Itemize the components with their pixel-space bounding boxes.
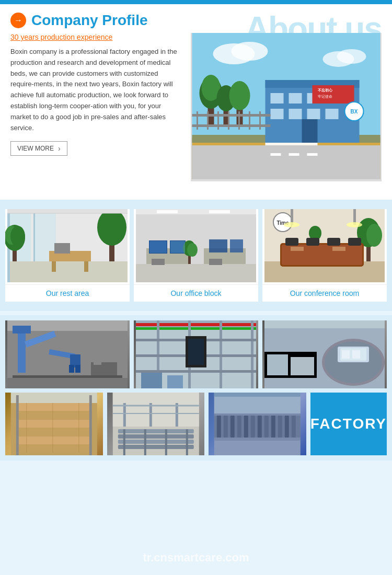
svg-point-88 [366, 224, 382, 247]
svg-rect-16 [271, 93, 284, 104]
svg-rect-22 [307, 109, 320, 119]
profile-text-area: 30 years production experience Boxin com… [10, 33, 183, 181]
svg-rect-159 [118, 440, 193, 444]
svg-rect-46 [7, 261, 128, 282]
svg-rect-137 [352, 350, 360, 359]
svg-text:不忘初心: 不忘初心 [317, 88, 333, 92]
experience-link[interactable]: 30 years production experience [10, 33, 183, 41]
factory-image-5 [107, 393, 205, 455]
svg-rect-144 [16, 411, 92, 419]
svg-rect-107 [13, 326, 31, 334]
svg-text:BX: BX [351, 109, 358, 114]
svg-rect-181 [271, 415, 275, 439]
svg-rect-64 [136, 264, 256, 282]
svg-rect-60 [54, 243, 70, 254]
svg-rect-154 [89, 395, 92, 455]
factory-label-text: FACTORY [310, 416, 387, 432]
svg-rect-175 [230, 415, 235, 439]
svg-rect-182 [278, 415, 282, 439]
svg-rect-118 [136, 323, 256, 326]
svg-rect-166 [123, 403, 125, 427]
svg-rect-157 [118, 429, 193, 433]
svg-rect-49 [33, 209, 35, 261]
svg-rect-111 [69, 365, 74, 373]
view-more-button[interactable]: VIEW MORE › [10, 141, 67, 156]
svg-rect-163 [165, 429, 167, 455]
top-bar [0, 0, 392, 4]
svg-rect-41 [192, 145, 381, 179]
svg-rect-152 [11, 393, 97, 403]
office-block-label: Our office block [170, 289, 221, 297]
svg-rect-20 [271, 109, 284, 119]
svg-text:牢记使命: 牢记使命 [318, 95, 332, 99]
svg-rect-58 [52, 261, 56, 272]
svg-rect-168 [175, 403, 178, 427]
factory-robot-svg [5, 320, 130, 388]
factory-frame-svg [107, 393, 205, 455]
svg-rect-186 [214, 438, 301, 441]
svg-rect-114 [94, 360, 101, 365]
svg-rect-180 [264, 415, 269, 439]
svg-rect-93 [285, 238, 298, 246]
svg-rect-43 [289, 153, 299, 156]
svg-rect-174 [224, 415, 228, 439]
svg-rect-42 [271, 153, 281, 156]
factory-section: FACTORY [0, 315, 392, 461]
svg-rect-164 [186, 429, 188, 455]
factory-image-2 [134, 320, 258, 388]
conference-room-image: Time [262, 209, 387, 282]
factory-bottom-row: FACTORY [5, 393, 387, 455]
svg-rect-188 [214, 393, 301, 397]
svg-rect-158 [118, 434, 193, 439]
svg-rect-112 [75, 365, 80, 373]
svg-rect-78 [209, 259, 222, 265]
svg-rect-143 [16, 403, 92, 411]
svg-rect-148 [16, 445, 92, 453]
svg-rect-65 [136, 209, 256, 214]
svg-point-11 [229, 81, 250, 110]
svg-rect-183 [285, 415, 289, 439]
factory-materials-svg [5, 393, 103, 455]
svg-rect-153 [16, 395, 19, 455]
svg-rect-162 [144, 429, 146, 455]
profile-description: Boxin company is a professional factory … [10, 47, 183, 133]
svg-rect-126 [136, 370, 256, 373]
svg-rect-147 [16, 436, 92, 444]
svg-rect-139 [267, 354, 288, 375]
svg-point-56 [97, 209, 126, 246]
factory-roller-svg [209, 393, 306, 455]
svg-point-100 [347, 222, 362, 227]
factory-assembly-svg [134, 320, 258, 388]
office-block-caption: Our office block [134, 284, 258, 302]
svg-rect-67 [209, 210, 230, 213]
office-images-row: Our rest area [5, 209, 387, 302]
svg-rect-24 [302, 119, 318, 143]
profile-content: 30 years production experience Boxin com… [10, 33, 382, 181]
svg-rect-179 [258, 415, 262, 439]
view-more-label: VIEW MORE [17, 145, 54, 152]
svg-rect-25 [192, 124, 271, 127]
conference-room-item: Time [262, 209, 387, 302]
svg-rect-119 [136, 327, 256, 330]
factory-main-image: 不忘初心 牢记使命 BX Hebei Boxin R [191, 33, 382, 181]
svg-rect-61 [7, 209, 128, 213]
svg-rect-140 [291, 357, 314, 375]
svg-point-2 [232, 42, 268, 61]
svg-rect-96 [348, 238, 361, 246]
svg-rect-77 [152, 259, 165, 265]
svg-rect-66 [157, 210, 178, 213]
factory-conveyor-svg [262, 320, 387, 388]
svg-point-98 [284, 222, 299, 227]
svg-rect-26 [192, 114, 271, 117]
profile-header: Company Profile [10, 12, 382, 29]
svg-rect-59 [84, 261, 88, 272]
svg-rect-75 [209, 239, 227, 252]
svg-rect-176 [237, 415, 241, 439]
svg-rect-178 [251, 415, 255, 439]
svg-rect-79 [149, 241, 167, 253]
svg-rect-173 [217, 415, 221, 439]
svg-rect-141 [264, 320, 385, 328]
svg-rect-76 [230, 239, 243, 252]
svg-rect-80 [170, 241, 185, 253]
rest-area-image [5, 209, 130, 282]
